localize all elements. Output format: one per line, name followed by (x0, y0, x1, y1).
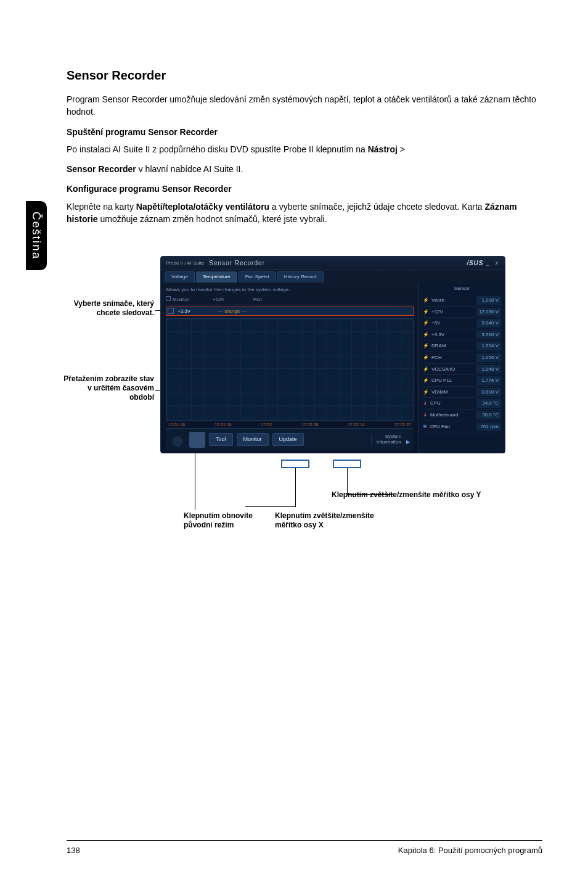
sensor-row-label: CPU (423, 400, 441, 407)
sensor-name: VDIMM (431, 389, 448, 396)
reset-icon[interactable] (189, 432, 205, 448)
sensor-name: Motherboard (430, 411, 458, 419)
checkbox-icon[interactable] (166, 296, 171, 301)
sensor-row-label: CPU Fan (423, 423, 450, 431)
sensor-row[interactable]: VCCSA/IO1.048 V (423, 364, 501, 376)
sensor-row-label: VCCSA/IO (423, 366, 455, 373)
callout-zoom-x: Klepnutím zvětšíte/zmenšíte měřítko osy … (275, 511, 380, 530)
column-headers: Monitor +12V Plot (166, 296, 414, 305)
callout-line (295, 468, 296, 506)
sensor-value: 30.0 °C (476, 411, 501, 419)
sensor-check-color: — orange — (218, 308, 412, 315)
sensor-name: +3.3V (431, 331, 444, 339)
close-icon[interactable]: x (494, 259, 500, 267)
sensor-name: +12V (431, 308, 443, 316)
section-title: Sensor Recorder (67, 67, 542, 85)
sensor-name: CPU (430, 400, 441, 407)
bolt-icon (423, 366, 429, 373)
xlabel: 17:01:46 (168, 422, 185, 428)
sensor-value: 12.080 V (476, 308, 501, 316)
window-buttons: _ x (483, 259, 500, 267)
minimize-icon[interactable]: _ (484, 259, 491, 267)
gauge-icon[interactable] (169, 432, 186, 448)
page-footer: 138 Kapitola 6: Použití pomocných progra… (67, 845, 542, 857)
footer-rule (67, 840, 542, 841)
xlabel: 17:02 (261, 422, 272, 428)
zoom-x-marker (281, 460, 309, 468)
launch-text-bold: Nástroj (368, 144, 398, 154)
sensor-row[interactable]: VDIMM0.800 V (423, 387, 501, 398)
monitor-button[interactable]: Monitor (237, 433, 269, 446)
sensor-row[interactable]: PCH1.056 V (423, 352, 501, 364)
tabs-row: Voltage Temperature Fan Speed History Re… (161, 270, 505, 283)
sensor-row[interactable]: +5V5.040 V (423, 318, 501, 329)
sensor-row[interactable]: Motherboard30.0 °C (423, 410, 501, 421)
sensor-row-label: +5V (423, 320, 440, 327)
launch-heading: Spuštění programu Sensor Recorder (67, 126, 542, 138)
sensor-row-label: DRAM (423, 342, 446, 350)
system-information[interactable]: System Information ▶ (371, 434, 410, 445)
sensor-row[interactable]: +12V12.080 V (423, 307, 501, 318)
sensor-row[interactable]: +3.3V3.360 V (423, 329, 501, 341)
update-button[interactable]: Update (272, 433, 304, 446)
right-sensor-pane: Sensor Vcore1.208 V+12V12.080 V+5V5.040 … (419, 283, 505, 453)
tab-history-record[interactable]: History Record (277, 271, 324, 283)
right-pane-header: Sensor (423, 285, 501, 292)
bolt-icon (423, 297, 429, 304)
config-b1: Napětí/teplota/otáčky ventilátoru (136, 202, 269, 212)
sensor-value: 34.0 °C (476, 399, 501, 408)
sensor-value: 5.040 V (476, 319, 501, 328)
sensor-row-label: CPU PLL (423, 377, 452, 384)
page-number: 138 (67, 845, 80, 857)
sensor-name: CPU PLL (431, 377, 452, 384)
pane-subtitle: Allows you to monitor the changes in the… (166, 286, 414, 294)
bolt-icon (423, 320, 429, 327)
checkbox-icon[interactable] (168, 308, 174, 314)
col-monitor-label: Monitor (173, 297, 189, 302)
bolt-icon (423, 308, 429, 316)
left-pane: Allows you to monitor the changes in the… (161, 283, 419, 453)
launch-paragraph-1: Po instalaci AI Suite II z podpůrného di… (67, 143, 542, 155)
callout-line (195, 453, 195, 510)
sensor-row[interactable]: CPU Fan761 rpm (423, 421, 501, 433)
sensor-value: 0.800 V (476, 388, 501, 397)
chart-grid (166, 319, 413, 420)
tab-voltage[interactable]: Voltage (165, 271, 195, 283)
intro-paragraph: Program Sensor Recorder umožňuje sledová… (67, 93, 542, 118)
sensor-value: 1.048 V (476, 365, 501, 374)
sensor-value: 1.504 V (476, 342, 501, 350)
col-plus12v: +12V (213, 296, 250, 303)
callout-drag-period: Přetažením zobrazíte stav v určitém časo… (62, 374, 154, 402)
sensor-row-label: Motherboard (423, 411, 458, 419)
config-paragraph: Klepněte na karty Napětí/teplota/otáčky … (67, 200, 542, 226)
tab-temperature[interactable]: Temperature (196, 271, 237, 283)
page-content: Sensor Recorder Program Sensor Recorder … (67, 67, 542, 589)
sensor-row[interactable]: Vcore1.208 V (423, 295, 501, 307)
chevron-right-icon: ▶ (406, 439, 410, 445)
xlabel: 17:02:16 (348, 422, 364, 428)
sensor-value: 1.776 V (476, 376, 501, 385)
tool-button[interactable]: Tool (209, 433, 233, 446)
tab-fan-speed[interactable]: Fan Speed (239, 271, 276, 283)
bottom-toolbar: Tool Monitor Update System Information ▶ (166, 428, 414, 450)
sensor-check-row[interactable]: +3.3V — orange — (166, 307, 414, 316)
chapter-label: Kapitola 6: Použití pomocných programů (398, 845, 542, 857)
bolt-icon (423, 377, 429, 384)
sensor-value: 1.208 V (476, 296, 501, 305)
brand-label: Probe II / AI Suite (166, 260, 204, 267)
callout-select-sensor: Vyberte snímače, který chcete sledovat. (62, 299, 154, 318)
xlabel: 17:02:27 (394, 422, 411, 428)
sensor-value: 761 rpm (476, 423, 501, 431)
xlabel: 17:02:06 (301, 422, 318, 428)
sensor-row[interactable]: CPU34.0 °C (423, 398, 501, 410)
callout-zoom-y: Klepnutím zvětšíte/zmenšíte měřítko osy … (332, 490, 492, 500)
sensor-row[interactable]: DRAM1.504 V (423, 340, 501, 352)
window-titlebar: Probe II / AI Suite Sensor Recorder /SUS… (161, 257, 505, 270)
chart-area[interactable] (166, 318, 414, 421)
sensor-rows: Vcore1.208 V+12V12.080 V+5V5.040 V+3.3V3… (423, 295, 501, 432)
sensor-name: DRAM (431, 342, 446, 350)
sensor-name: CPU Fan (430, 423, 450, 431)
sensor-value: 3.360 V (476, 331, 501, 339)
sensor-row[interactable]: CPU PLL1.776 V (423, 375, 501, 387)
sensor-row-label: +12V (423, 308, 443, 316)
